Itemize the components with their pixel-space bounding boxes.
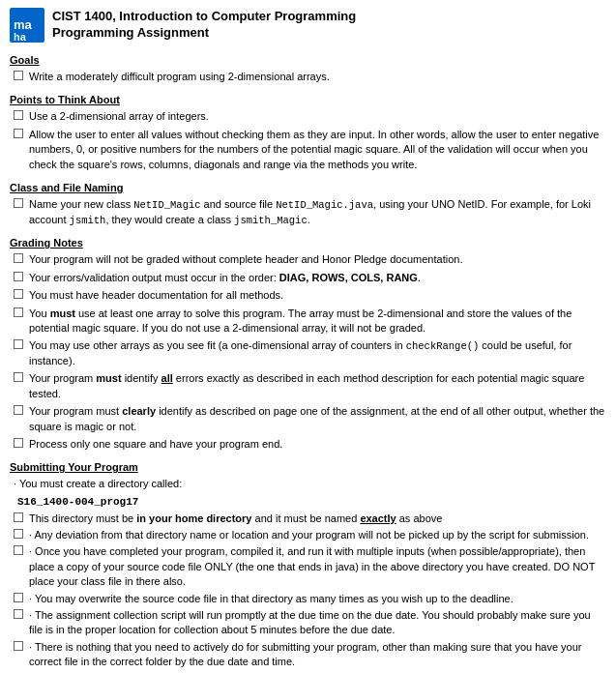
submit-text-3: · Once you have completed your program, …	[29, 544, 606, 589]
checkbox-icon	[14, 512, 23, 522]
header-text: CIST 1400, Introduction to Computer Prog…	[52, 8, 356, 40]
checkbox-icon	[14, 198, 23, 208]
checkbox-icon	[14, 339, 23, 349]
checkbox-icon	[14, 545, 23, 555]
checkbox-icon	[14, 593, 23, 602]
grading-text-2: Your errors/validation output must occur…	[29, 271, 606, 285]
page-header: ma ha CIST 1400, Introduction to Compute…	[10, 8, 606, 43]
header-subtitle: Programming Assignment	[52, 25, 356, 40]
checkbox-icon	[14, 129, 23, 138]
grading-heading: Grading Notes	[10, 237, 606, 249]
submit-text-4: · You may overwrite the source code file…	[29, 592, 606, 606]
bold-exactly: exactly	[360, 512, 396, 524]
bold-clearly: clearly	[122, 405, 156, 417]
submit-item-1: This directory must be in your home dire…	[10, 512, 606, 526]
grading-item-6: Your program must identify all errors ex…	[10, 371, 606, 401]
checkbox-icon	[14, 307, 23, 317]
grading-text-3: You must have header documentation for a…	[29, 288, 606, 303]
svg-text:ha: ha	[14, 31, 27, 43]
grading-text-6: Your program must identify all errors ex…	[29, 371, 606, 401]
grading-text-1: Your program will not be graded without …	[29, 252, 606, 267]
bold-home: in your home directory	[136, 512, 251, 524]
code-jsmith: jsmith	[70, 215, 106, 226]
checkbox-icon	[14, 438, 23, 448]
submitting-section: Submitting Your Program · You must creat…	[10, 461, 606, 669]
submit-text-2: · Any deviation from that directory name…	[29, 528, 606, 542]
submit-item-3: · Once you have completed your program, …	[10, 544, 606, 589]
points-item-2: Allow the user to enter all values witho…	[10, 128, 606, 172]
grading-text-4: You must use at least one array to solve…	[29, 307, 606, 336]
points-section: Points to Think About Use a 2-dimensiona…	[10, 94, 606, 172]
submit-item-4: · You may overwrite the source code file…	[10, 592, 606, 606]
submitting-intro: · You must create a directory called:	[10, 477, 606, 491]
submit-text-6: · There is nothing that you need to acti…	[29, 640, 606, 670]
code-jsmith-magic: jsmith_Magic	[234, 215, 308, 226]
bold-must2: must	[96, 372, 121, 384]
submitting-heading: Submitting Your Program	[10, 461, 606, 473]
submit-text-5: · The assignment collection script will …	[29, 608, 606, 638]
header-title: CIST 1400, Introduction to Computer Prog…	[52, 8, 356, 25]
points-item-1: Use a 2-dimensional array of integers.	[10, 109, 606, 124]
logo-icon: ma ha	[10, 8, 44, 43]
naming-text-1: Name your new class NetID_Magic and sour…	[29, 197, 606, 227]
grading-section: Grading Notes Your program will not be g…	[10, 237, 606, 452]
goals-section: Goals Write a moderately difficult progr…	[10, 54, 606, 84]
checkbox-icon	[14, 253, 23, 263]
checkbox-icon	[14, 529, 23, 539]
code-netid-magic: NetID_Magic	[133, 199, 200, 211]
submit-item-2: · Any deviation from that directory name…	[10, 528, 606, 542]
points-text-2: Allow the user to enter all values witho…	[29, 128, 606, 172]
grading-text-7: Your program must clearly identify as de…	[29, 404, 606, 434]
grading-item-4: You must use at least one array to solve…	[10, 307, 606, 336]
grading-item-8: Process only one square and have your pr…	[10, 437, 606, 452]
checkbox-icon	[14, 289, 23, 299]
grading-text-8: Process only one square and have your pr…	[29, 437, 606, 452]
checkbox-icon	[14, 641, 23, 651]
bold-must: must	[50, 307, 75, 319]
grading-text-5: You may use other arrays as you see fit …	[29, 338, 606, 368]
checkbox-icon	[14, 272, 23, 281]
checkbox-icon	[14, 609, 23, 619]
naming-item-1: Name your new class NetID_Magic and sour…	[10, 197, 606, 227]
submit-text-1: This directory must be in your home dire…	[29, 512, 606, 526]
goals-item-1: Write a moderately difficult program usi…	[10, 70, 606, 84]
directory-name: S16_1400-004_prog17	[17, 496, 606, 508]
code-checkrange: checkRange()	[406, 340, 480, 352]
grading-item-1: Your program will not be graded without …	[10, 252, 606, 267]
grading-item-7: Your program must clearly identify as de…	[10, 404, 606, 434]
points-text-1: Use a 2-dimensional array of integers.	[29, 109, 606, 124]
grading-item-2: Your errors/validation output must occur…	[10, 271, 606, 285]
submit-item-6: · There is nothing that you need to acti…	[10, 640, 606, 670]
grading-item-5: You may use other arrays as you see fit …	[10, 338, 606, 368]
points-heading: Points to Think About	[10, 94, 606, 105]
checkbox-icon	[14, 372, 23, 382]
bold-diag: DIAG, ROWS, COLS, RANG	[279, 272, 418, 283]
goals-heading: Goals	[10, 54, 606, 66]
checkbox-icon	[14, 71, 23, 80]
svg-text:ma: ma	[14, 17, 33, 32]
checkbox-icon	[14, 405, 23, 415]
naming-section: Class and File Naming Name your new clas…	[10, 182, 606, 227]
bold-all: all	[161, 372, 173, 384]
code-netid-magic-java: NetID_Magic.java	[276, 199, 373, 211]
goals-text-1: Write a moderately difficult program usi…	[29, 70, 606, 84]
grading-item-3: You must have header documentation for a…	[10, 288, 606, 303]
submit-item-5: · The assignment collection script will …	[10, 608, 606, 638]
naming-heading: Class and File Naming	[10, 182, 606, 193]
checkbox-icon	[14, 110, 23, 120]
